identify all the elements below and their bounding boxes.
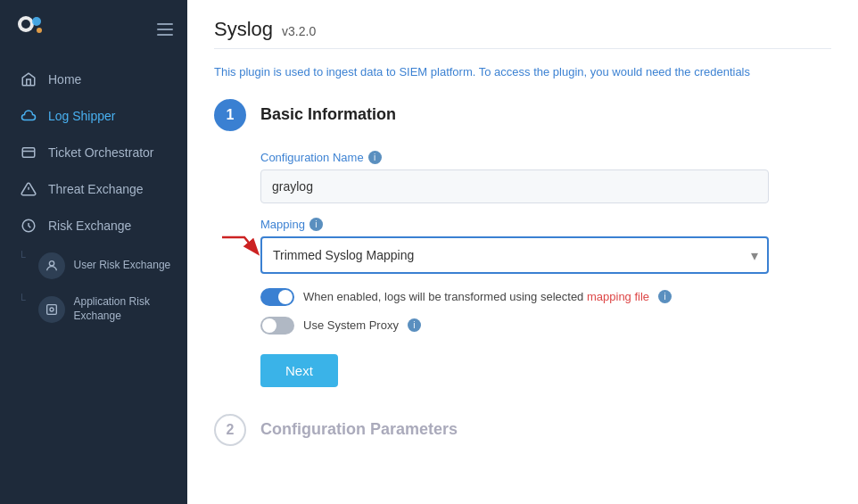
toggle-knob <box>278 290 293 304</box>
risk-sub-items: └ User Risk Exchange └ A <box>9 244 187 331</box>
sidebar-item-threat-exchange[interactable]: Threat Exchange <box>5 171 182 207</box>
main-nav: Home Log Shipper Ticket Orchestrator Thr… <box>0 61 187 331</box>
description-text: This plugin is used to ingest data to SI… <box>214 63 831 81</box>
step1-title: Basic Information <box>260 105 396 124</box>
svg-rect-9 <box>46 304 56 314</box>
transform-toggle-row: When enabled, logs will be transformed u… <box>260 288 831 306</box>
sidebar-item-ticket-label: Ticket Orchestrator <box>48 145 154 160</box>
proxy-toggle[interactable] <box>260 317 294 335</box>
version-badge: v3.2.0 <box>282 24 316 38</box>
sidebar-item-risk-exchange[interactable]: Risk Exchange <box>5 208 182 244</box>
alert-triangle-icon <box>20 180 37 198</box>
app-logo <box>14 12 48 46</box>
mapping-select[interactable]: Trimmed Syslog Mapping Default Syslog Ma… <box>260 236 769 274</box>
mapping-select-wrapper: Trimmed Syslog Mapping Default Syslog Ma… <box>260 236 769 274</box>
sidebar-item-home[interactable]: Home <box>5 62 182 97</box>
svg-rect-4 <box>22 148 35 158</box>
step2-number: 2 <box>227 422 235 438</box>
step1-form: Configuration Name i Mapping i Trim <box>260 151 831 405</box>
config-name-input[interactable] <box>260 169 769 203</box>
sidebar-item-log-shipper-label: Log Shipper <box>48 109 116 123</box>
proxy-toggle-label: Use System Proxy <box>303 318 399 332</box>
step2-header: 2 Configuration Parameters <box>214 414 831 446</box>
home-icon <box>20 70 37 88</box>
mapping-info-icon[interactable]: i <box>309 218 323 231</box>
svg-point-3 <box>37 28 42 33</box>
hamburger-button[interactable] <box>157 23 173 36</box>
sidebar-item-home-label: Home <box>48 72 81 87</box>
cloud-icon <box>20 107 37 125</box>
sidebar: Home Log Shipper Ticket Orchestrator Thr… <box>0 0 187 504</box>
mapping-file-link[interactable]: mapping file <box>587 290 649 303</box>
sidebar-item-user-risk-exchange[interactable]: User Risk Exchange <box>35 245 180 286</box>
mapping-container: Trimmed Syslog Mapping Default Syslog Ma… <box>260 236 831 274</box>
sidebar-item-log-shipper[interactable]: Log Shipper <box>5 98 182 134</box>
page-title: Syslog <box>214 18 273 41</box>
step1-circle: 1 <box>214 99 246 131</box>
config-name-label: Configuration Name i <box>260 151 831 164</box>
transform-info-icon[interactable]: i <box>658 290 672 303</box>
proxy-toggle-knob <box>262 318 276 333</box>
config-name-info-icon[interactable]: i <box>368 151 382 164</box>
svg-point-2 <box>32 17 41 26</box>
app-risk-icon <box>38 296 65 323</box>
sidebar-item-threat-label: Threat Exchange <box>48 182 144 196</box>
main-content: Syslog v3.2.0 This plugin is used to ing… <box>187 0 858 504</box>
mapping-label: Mapping i <box>260 218 831 231</box>
step1-number: 1 <box>227 107 235 123</box>
title-divider <box>214 48 831 49</box>
red-arrow-indicator <box>218 233 262 277</box>
sidebar-item-risk-label: Risk Exchange <box>48 219 131 233</box>
app-risk-tree-row: └ Application Risk Exchange <box>9 287 187 331</box>
sidebar-header <box>0 0 187 59</box>
sidebar-item-user-risk-label: User Risk Exchange <box>74 259 171 273</box>
page-title-row: Syslog v3.2.0 <box>214 18 831 41</box>
proxy-info-icon[interactable]: i <box>408 318 421 332</box>
next-button[interactable]: Next <box>260 354 338 387</box>
step2-title: Configuration Parameters <box>260 420 458 439</box>
step2-circle: 2 <box>214 414 246 446</box>
step1-header: 1 Basic Information <box>214 99 831 131</box>
sidebar-item-ticket-orchestrator[interactable]: Ticket Orchestrator <box>5 135 182 170</box>
transform-toggle-label: When enabled, logs will be transformed u… <box>303 290 649 303</box>
user-risk-tree-row: └ User Risk Exchange <box>9 244 187 287</box>
ticket-icon <box>20 144 37 161</box>
risk-icon <box>20 217 37 235</box>
transform-toggle[interactable] <box>260 288 294 306</box>
svg-point-8 <box>49 261 54 266</box>
svg-point-10 <box>50 308 54 311</box>
sidebar-item-app-risk-label: Application Risk Exchange <box>74 295 173 323</box>
sidebar-item-app-risk-exchange[interactable]: Application Risk Exchange <box>35 288 182 330</box>
tree-lines2: └ <box>18 287 26 305</box>
svg-point-1 <box>21 20 30 29</box>
proxy-toggle-row: Use System Proxy i <box>260 317 831 335</box>
user-risk-icon <box>38 252 65 279</box>
tree-lines: └ <box>18 244 26 262</box>
